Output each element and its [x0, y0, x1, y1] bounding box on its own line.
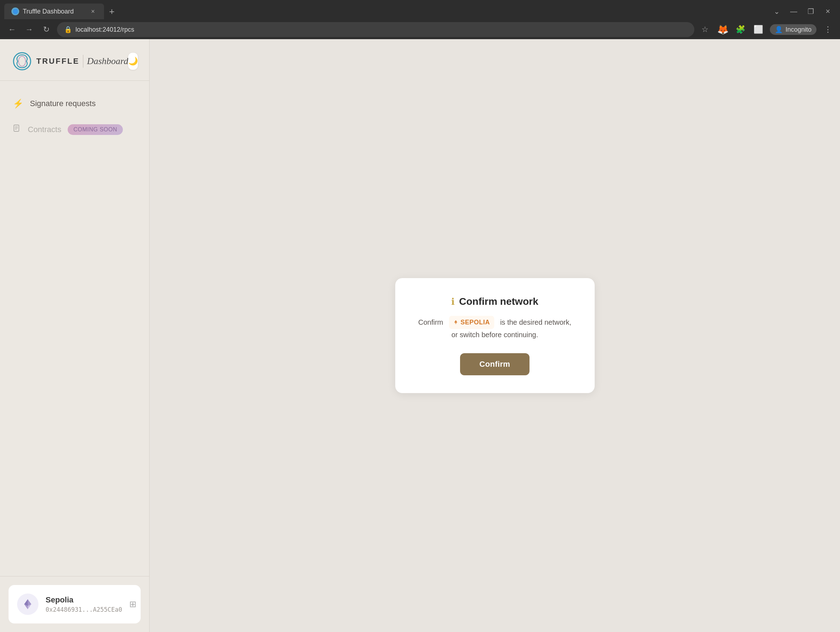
- sepolia-label: SEPOLIA: [460, 317, 490, 327]
- metamask-icon[interactable]: 🦊: [717, 23, 729, 36]
- contracts-label: Contracts: [28, 125, 61, 134]
- network-card[interactable]: Sepolia 0x24486931...A255CEa0 ⊞: [9, 585, 141, 624]
- back-button[interactable]: ←: [6, 23, 19, 36]
- content-area: ℹ Confirm network Confirm SEPOLIA is the…: [150, 39, 840, 632]
- network-icon: [17, 594, 38, 615]
- logo-area: TRUFFLE Dashboard: [13, 52, 128, 71]
- close-window-button[interactable]: ×: [821, 5, 834, 18]
- extensions-icon[interactable]: 🧩: [734, 23, 747, 36]
- truffle-logo-icon: [13, 52, 32, 71]
- network-name: Sepolia: [46, 595, 122, 605]
- svg-point-1: [19, 56, 26, 66]
- logo-text-area: TRUFFLE Dashboard: [36, 55, 128, 68]
- hash-icon: ⊞: [129, 599, 136, 609]
- sepolia-eth-icon: [453, 320, 458, 325]
- tab-close-button[interactable]: ×: [89, 8, 97, 15]
- network-address: 0x24486931...A255CEa0: [46, 606, 122, 613]
- url-display: localhost:24012/rpcs: [76, 26, 134, 33]
- minimize-button[interactable]: —: [787, 5, 800, 18]
- tab-title: Truffle Dashboard: [23, 8, 85, 15]
- logo-divider: [83, 55, 83, 68]
- incognito-label: Incognito: [786, 26, 812, 33]
- theme-toggle-button[interactable]: 🌙: [128, 53, 138, 70]
- sidebar-item-signature-requests[interactable]: ⚡ Signature requests: [0, 91, 149, 117]
- modal-body: Confirm SEPOLIA is the desired network,o…: [417, 316, 573, 340]
- sidebar-item-contracts[interactable]: Contracts COMING SOON: [0, 117, 149, 143]
- tab-favicon: 🌀: [11, 8, 19, 15]
- bookmark-star-icon[interactable]: ☆: [699, 23, 711, 36]
- maximize-button[interactable]: ❐: [804, 5, 817, 18]
- active-tab[interactable]: 🌀 Truffle Dashboard ×: [4, 3, 104, 19]
- lock-icon: 🔒: [64, 25, 72, 33]
- incognito-badge[interactable]: 👤 Incognito: [770, 24, 816, 35]
- confirm-network-modal: ℹ Confirm network Confirm SEPOLIA is the…: [395, 278, 595, 393]
- dashboard-script-label: Dashboard: [87, 56, 128, 66]
- sidebar-header: TRUFFLE Dashboard 🌙: [0, 39, 149, 81]
- sepolia-network-badge: SEPOLIA: [449, 316, 494, 329]
- ethereum-icon: [21, 598, 34, 611]
- network-info: Sepolia 0x24486931...A255CEa0: [46, 595, 122, 613]
- address-bar[interactable]: 🔒 localhost:24012/rpcs: [57, 22, 694, 37]
- sidebar-footer: Sepolia 0x24486931...A255CEa0 ⊞: [0, 576, 149, 632]
- signature-requests-label: Signature requests: [30, 99, 96, 108]
- reload-button[interactable]: ↻: [40, 23, 53, 36]
- split-screen-icon[interactable]: ⬜: [752, 23, 765, 36]
- new-tab-button[interactable]: +: [106, 5, 118, 18]
- svg-marker-8: [24, 599, 28, 606]
- dropdown-icon[interactable]: ⌄: [770, 5, 783, 18]
- modal-title-row: ℹ Confirm network: [417, 296, 573, 307]
- modal-body-prefix: Confirm: [418, 318, 443, 326]
- menu-button[interactable]: ⋮: [821, 23, 834, 36]
- coming-soon-badge: COMING SOON: [68, 124, 123, 135]
- confirm-button[interactable]: Confirm: [460, 353, 529, 375]
- incognito-icon: 👤: [775, 25, 783, 33]
- truffle-wordmark: TRUFFLE: [36, 57, 79, 66]
- forward-button[interactable]: →: [23, 23, 36, 36]
- sidebar: TRUFFLE Dashboard 🌙 ⚡ Signature requests: [0, 39, 150, 632]
- lightning-icon: ⚡: [13, 99, 24, 109]
- sidebar-nav: ⚡ Signature requests Contracts COMING SO…: [0, 81, 149, 576]
- info-icon: ℹ: [451, 296, 455, 307]
- contracts-icon: [13, 124, 21, 135]
- modal-title: Confirm network: [459, 296, 538, 307]
